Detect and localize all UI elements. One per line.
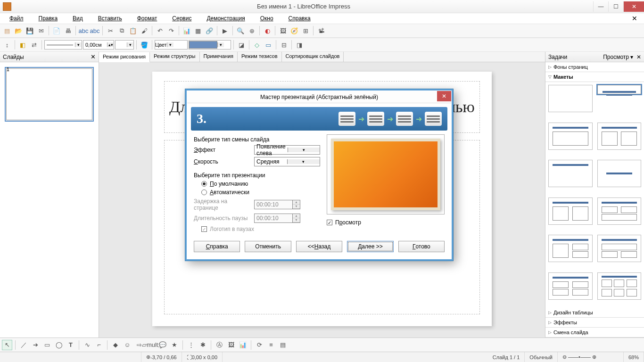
tab-outline[interactable]: Режим структуры: [150, 52, 200, 62]
extrude-icon[interactable]: ◨: [294, 40, 305, 50]
layout-title-only[interactable]: [548, 160, 593, 187]
export-pdf-icon[interactable]: 📄: [51, 25, 62, 36]
menu-view[interactable]: Вид: [65, 14, 91, 23]
print-icon[interactable]: 🖶: [63, 25, 73, 36]
rect-icon[interactable]: ▭: [42, 340, 52, 350]
layout-four[interactable]: [548, 272, 593, 300]
hyperlink-icon[interactable]: 🔗: [204, 25, 215, 36]
layout-title[interactable]: [597, 85, 642, 94]
next-button[interactable]: Далее >>: [347, 241, 393, 252]
section-table-design[interactable]: ▷Дизайн таблицы: [545, 308, 644, 318]
menu-window[interactable]: Окно: [253, 14, 281, 23]
ellipse-icon[interactable]: ◯: [54, 340, 64, 350]
layout-title-content[interactable]: [548, 123, 593, 150]
stars-icon[interactable]: ★: [169, 340, 180, 350]
curve-icon[interactable]: ∿: [82, 340, 92, 350]
autospell-icon[interactable]: abc: [90, 25, 100, 36]
layout-six[interactable]: [597, 272, 642, 300]
paintbrush-icon[interactable]: 🖌: [139, 25, 149, 36]
fill-color-dropdown[interactable]: ▾: [189, 40, 231, 49]
new-icon[interactable]: ▤: [2, 25, 12, 36]
paste-icon[interactable]: 📋: [128, 25, 138, 36]
radio-default[interactable]: По умолчанию: [201, 181, 320, 187]
arrow-style-icon[interactable]: ⇄: [29, 40, 39, 50]
email-icon[interactable]: ✉: [36, 25, 46, 36]
menu-edit[interactable]: Правка: [31, 14, 66, 23]
grid-icon[interactable]: ⊞: [300, 25, 311, 36]
fontwork-icon[interactable]: Ⓐ: [214, 340, 224, 350]
cancel-button[interactable]: Отменить: [245, 241, 291, 252]
close-button[interactable]: ✕: [623, 1, 644, 12]
radio-auto[interactable]: Автоматически: [201, 189, 320, 196]
tab-handout[interactable]: Режим тезисов: [238, 52, 282, 62]
insert-icon[interactable]: 📊: [238, 340, 248, 350]
status-zoom[interactable]: 68%: [624, 352, 644, 362]
chart-icon[interactable]: 📊: [182, 25, 192, 36]
zoom-icon[interactable]: 🔍: [235, 25, 246, 36]
layout-blank[interactable]: [548, 85, 593, 112]
menu-format[interactable]: Формат: [130, 14, 165, 23]
preview-checkbox[interactable]: ✓Просмотр: [327, 219, 445, 226]
from-file-icon[interactable]: 🖼: [226, 340, 236, 350]
layout-two-content-b[interactable]: [548, 197, 593, 225]
dialog-titlebar[interactable]: Мастер презентаций (Абстрактный зелёный)…: [187, 91, 451, 103]
layout-three-left[interactable]: [548, 235, 593, 262]
section-transition[interactable]: ▷Смена слайда: [545, 328, 644, 337]
menu-insert[interactable]: Вставить: [91, 14, 130, 23]
align-obj-icon[interactable]: ≡: [266, 340, 276, 350]
slide-thumbnail[interactable]: 1: [5, 67, 94, 122]
menu-help[interactable]: Справка: [281, 14, 318, 23]
basic-shapes-icon[interactable]: ◆: [110, 340, 121, 350]
zoom100-icon[interactable]: ⊕: [247, 25, 257, 36]
finish-button[interactable]: Готово: [398, 241, 445, 252]
shadow-icon[interactable]: ◪: [236, 40, 247, 50]
back-button[interactable]: << Назад: [296, 241, 342, 252]
section-effects[interactable]: ▷Эффекты: [545, 318, 644, 328]
line-style-dropdown[interactable]: ▾: [44, 40, 82, 49]
arrange-obj-icon[interactable]: ▤: [278, 340, 288, 350]
copy-icon[interactable]: ⧉: [116, 25, 127, 36]
tasks-view-dropdown[interactable]: Просмотр ▾ ✕: [603, 54, 641, 60]
line-color-dropdown[interactable]: ▾: [115, 40, 134, 49]
help-button[interactable]: Справка: [194, 241, 240, 252]
layout-centered[interactable]: [597, 160, 642, 187]
open-icon[interactable]: 📂: [13, 25, 24, 36]
arrange-icon[interactable]: ▭: [263, 40, 273, 50]
presentation-icon[interactable]: 📽: [316, 25, 326, 36]
tab-drawing[interactable]: Режим рисования: [99, 52, 150, 62]
dialog-close-icon[interactable]: ✕: [437, 91, 451, 101]
tab-sorter[interactable]: Сортировщик слайдов: [282, 52, 344, 62]
maximize-button[interactable]: ☐: [608, 1, 623, 12]
menu-slideshow[interactable]: Демонстрация: [199, 14, 252, 23]
spellcheck-icon[interactable]: abc: [78, 25, 89, 36]
section-backgrounds[interactable]: ▷Фоны страниц: [545, 62, 644, 72]
anchors-icon[interactable]: ◇: [252, 40, 262, 50]
redo-icon[interactable]: ↷: [166, 25, 176, 36]
callouts-icon[interactable]: 💬: [157, 340, 168, 350]
connector-icon[interactable]: ⌐: [94, 340, 104, 350]
glue-icon[interactable]: ✱: [198, 340, 208, 350]
line-color-icon[interactable]: ◧: [17, 40, 28, 50]
select-icon[interactable]: ↖: [2, 340, 12, 350]
flowchart-icon[interactable]: ▱mult;: [146, 340, 156, 350]
fill-mode-dropdown[interactable]: Цвет▾: [155, 40, 188, 49]
menu-file[interactable]: Файл: [2, 14, 31, 23]
slideshow-icon[interactable]: ▶: [220, 25, 230, 36]
menu-tools[interactable]: Сервис: [165, 14, 199, 23]
zoom-slider[interactable]: ⊖ ——•—— ⊕: [558, 352, 624, 362]
rotate-icon[interactable]: ⟳: [254, 340, 264, 350]
section-layouts[interactable]: ▽Макеты: [545, 72, 644, 82]
line-icon[interactable]: ／: [18, 340, 29, 350]
table-icon[interactable]: ▦: [193, 25, 203, 36]
arrow-icon[interactable]: ↕: [2, 40, 12, 50]
align-icon[interactable]: ⊟: [279, 40, 289, 50]
arrow-line-icon[interactable]: ➔: [30, 340, 41, 350]
points-icon[interactable]: ⋮: [186, 340, 196, 350]
navigator-icon[interactable]: 🧭: [289, 25, 299, 36]
line-width-field[interactable]: ▴▾: [83, 40, 114, 49]
layout-three-bottom[interactable]: [597, 235, 642, 262]
tab-notes[interactable]: Примечания: [200, 52, 238, 62]
close-document-icon[interactable]: ✕: [628, 14, 641, 23]
fill-icon[interactable]: 🪣: [139, 40, 149, 50]
undo-icon[interactable]: ↶: [155, 25, 165, 36]
